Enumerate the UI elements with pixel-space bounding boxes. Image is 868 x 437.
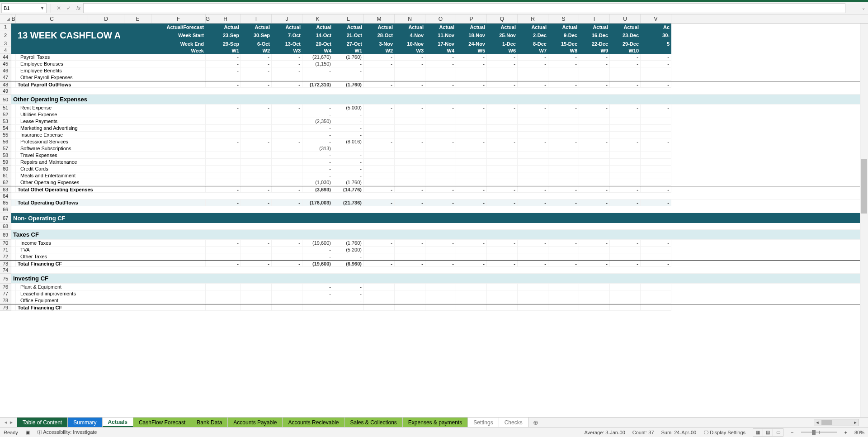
cell[interactable]	[11, 159, 16, 166]
title-area[interactable]	[16, 40, 120, 47]
row-header-72[interactable]: 72	[0, 253, 11, 260]
column-header-P[interactable]: P	[456, 14, 487, 23]
data-cell[interactable]	[518, 118, 548, 125]
cell[interactable]	[11, 240, 16, 247]
data-cell[interactable]: -	[548, 74, 579, 81]
zoom-slider[interactable]	[801, 432, 837, 433]
data-cell[interactable]: -	[610, 61, 641, 67]
data-cell[interactable]: -	[395, 138, 425, 145]
data-cell[interactable]	[518, 247, 548, 253]
data-cell[interactable]: -	[518, 104, 548, 111]
data-cell[interactable]	[487, 152, 518, 159]
sheet-tab-table-of-content[interactable]: Table of Content	[17, 418, 68, 427]
column-header-O[interactable]: O	[425, 14, 456, 23]
data-cell[interactable]	[487, 284, 518, 290]
cell[interactable]	[206, 104, 210, 111]
data-cell[interactable]: -	[210, 54, 241, 61]
data-cell[interactable]: -	[302, 125, 333, 132]
data-cell[interactable]: -	[456, 200, 487, 206]
cell[interactable]	[206, 118, 210, 125]
data-cell[interactable]	[641, 132, 671, 138]
data-cell[interactable]: -	[456, 61, 487, 67]
data-cell[interactable]: -	[364, 61, 395, 67]
data-cell[interactable]: -	[487, 54, 518, 61]
data-cell[interactable]: -	[241, 179, 272, 186]
data-cell[interactable]: -	[641, 54, 671, 61]
data-cell[interactable]: -	[241, 240, 272, 247]
data-cell[interactable]	[395, 247, 425, 253]
row-header-64[interactable]: 64	[0, 193, 11, 200]
column-header-F[interactable]: F	[151, 14, 206, 23]
data-cell[interactable]: (2,350)	[302, 118, 333, 125]
data-cell[interactable]: -	[425, 54, 456, 61]
header-week-wk[interactable]: W4	[302, 47, 333, 54]
data-cell[interactable]	[518, 172, 548, 179]
data-cell[interactable]: -	[548, 200, 579, 206]
data-cell[interactable]: -	[579, 261, 610, 267]
header-week-af[interactable]: Actual	[425, 24, 456, 30]
cell[interactable]	[11, 24, 16, 30]
data-cell[interactable]: -	[333, 152, 364, 159]
data-cell[interactable]	[272, 118, 302, 125]
data-cell[interactable]: -	[272, 138, 302, 145]
row-header-4[interactable]: 4	[0, 47, 11, 54]
view-pagebreak-icon[interactable]: ▭	[773, 429, 783, 436]
data-cell[interactable]	[487, 253, 518, 260]
title-area[interactable]	[16, 47, 120, 54]
data-cell[interactable]	[518, 111, 548, 118]
cell[interactable]	[11, 200, 16, 206]
header-week-wk[interactable]	[641, 47, 671, 54]
data-cell[interactable]: -	[272, 61, 302, 67]
data-cell[interactable]	[487, 125, 518, 132]
header-week-end[interactable]: 29-Dec	[610, 40, 641, 47]
data-cell[interactable]	[487, 247, 518, 253]
data-cell[interactable]: -	[302, 138, 333, 145]
row-header-49[interactable]: 49	[0, 88, 11, 95]
data-cell[interactable]	[641, 118, 671, 125]
data-cell[interactable]	[518, 159, 548, 166]
data-cell[interactable]	[641, 253, 671, 260]
data-cell[interactable]: -	[364, 261, 395, 267]
cell[interactable]	[206, 253, 210, 260]
data-cell[interactable]: -	[518, 186, 548, 193]
row-label[interactable]: Credit Cards	[16, 166, 206, 172]
data-cell[interactable]: (1,150)	[302, 61, 333, 67]
data-cell[interactable]: -	[548, 81, 579, 88]
row-label[interactable]: Total Operating OutFlows	[16, 200, 206, 206]
data-cell[interactable]	[364, 172, 395, 179]
row-header-53[interactable]: 53	[0, 118, 11, 125]
data-cell[interactable]: -	[364, 138, 395, 145]
data-cell[interactable]	[610, 125, 641, 132]
data-cell[interactable]: (176,003)	[302, 200, 333, 206]
data-cell[interactable]: -	[333, 159, 364, 166]
cell[interactable]	[11, 125, 16, 132]
column-header-U[interactable]: U	[610, 14, 641, 23]
chevron-down-icon[interactable]: ▼	[40, 6, 44, 10]
data-cell[interactable]: (1,760)	[333, 240, 364, 247]
data-cell[interactable]	[610, 247, 641, 253]
data-cell[interactable]	[241, 253, 272, 260]
cell[interactable]	[11, 152, 16, 159]
column-header-E[interactable]: E	[124, 14, 151, 23]
view-layout-icon[interactable]: ▤	[763, 429, 773, 436]
data-cell[interactable]	[579, 290, 610, 297]
cell[interactable]	[11, 40, 16, 47]
data-cell[interactable]: -	[333, 166, 364, 172]
data-cell[interactable]: -	[518, 138, 548, 145]
formula-input[interactable]	[83, 3, 845, 13]
data-cell[interactable]	[241, 290, 272, 297]
header-week-start[interactable]: 21-Oct	[333, 30, 364, 40]
row-header-45[interactable]: 45	[0, 61, 11, 67]
data-cell[interactable]	[641, 125, 671, 132]
data-cell[interactable]	[641, 152, 671, 159]
cell[interactable]	[11, 81, 16, 88]
data-cell[interactable]: -	[487, 200, 518, 206]
cell[interactable]	[206, 24, 210, 30]
data-cell[interactable]	[579, 304, 610, 311]
data-cell[interactable]: -	[610, 54, 641, 61]
data-cell[interactable]: -	[518, 81, 548, 88]
data-cell[interactable]: -	[333, 132, 364, 138]
cell[interactable]	[11, 30, 16, 40]
column-header-N[interactable]: N	[395, 14, 425, 23]
data-cell[interactable]: -	[272, 81, 302, 88]
